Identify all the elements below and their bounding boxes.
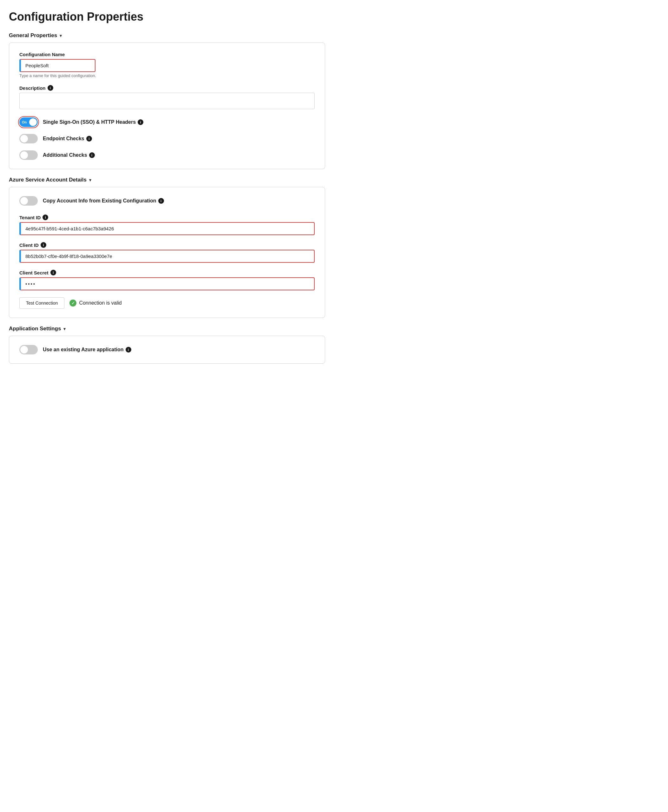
copy-account-label: Copy Account Info from Existing Configur… <box>43 198 164 204</box>
azure-service-account-section: Azure Service Account Details ▾ Copy Acc… <box>9 177 325 318</box>
application-settings-body: Use an existing Azure application i <box>9 336 325 364</box>
sso-info-icon[interactable]: i <box>138 119 144 125</box>
client-id-info-icon[interactable]: i <box>41 242 46 248</box>
connection-valid-status: ✓ Connection is valid <box>70 299 122 307</box>
azure-app-slider <box>19 345 38 354</box>
config-name-hint: Type a name for this guided configuratio… <box>19 73 315 78</box>
config-name-field-group: Configuration Name Type a name for this … <box>19 52 315 78</box>
sso-toggle-label: Single Sign-On (SSO) & HTTP Headers i <box>43 119 144 125</box>
application-settings-title: Application Settings <box>9 326 61 332</box>
additional-toggle-slider <box>19 150 38 160</box>
connection-valid-text: Connection is valid <box>79 300 122 306</box>
general-properties-title: General Properties <box>9 32 57 39</box>
endpoint-checks-toggle[interactable] <box>19 134 38 144</box>
client-secret-input[interactable] <box>19 277 315 290</box>
copy-account-toggle-row: Copy Account Info from Existing Configur… <box>19 196 315 206</box>
test-connection-row: Test Connection ✓ Connection is valid <box>19 297 315 309</box>
tenant-id-input[interactable] <box>19 222 315 235</box>
azure-service-account-chevron-icon: ▾ <box>89 178 91 182</box>
test-connection-button[interactable]: Test Connection <box>19 297 64 309</box>
description-info-icon[interactable]: i <box>48 85 53 91</box>
application-settings-section: Application Settings ▾ Use an existing A… <box>9 326 325 364</box>
azure-service-account-header[interactable]: Azure Service Account Details ▾ <box>9 177 325 183</box>
azure-app-info-icon[interactable]: i <box>125 347 131 353</box>
config-name-input[interactable] <box>19 59 95 72</box>
client-id-label: Client ID i <box>19 242 315 248</box>
additional-checks-toggle[interactable] <box>19 150 38 160</box>
endpoint-checks-label: Endpoint Checks i <box>43 136 92 142</box>
sso-toggle[interactable]: On <box>19 117 38 127</box>
sso-toggle-row: On Single Sign-On (SSO) & HTTP Headers i <box>19 117 315 127</box>
copy-account-toggle[interactable] <box>19 196 38 206</box>
general-properties-section: General Properties ▾ Configuration Name … <box>9 32 325 169</box>
tenant-id-field-group: Tenant ID i <box>19 214 315 235</box>
endpoint-toggle-slider <box>19 134 38 144</box>
client-id-input[interactable] <box>19 250 315 263</box>
additional-checks-label: Additional Checks i <box>43 152 95 158</box>
config-name-label: Configuration Name <box>19 52 315 57</box>
application-settings-chevron-icon: ▾ <box>63 326 66 331</box>
description-input[interactable] <box>19 93 315 109</box>
azure-app-label: Use an existing Azure application i <box>43 347 131 353</box>
client-secret-label: Client Secret i <box>19 270 315 276</box>
client-secret-info-icon[interactable]: i <box>50 270 56 276</box>
additional-checks-toggle-row: Additional Checks i <box>19 150 315 160</box>
client-id-field-group: Client ID i <box>19 242 315 263</box>
client-secret-field-group: Client Secret i <box>19 270 315 290</box>
endpoint-checks-toggle-row: Endpoint Checks i <box>19 134 315 144</box>
azure-service-account-title: Azure Service Account Details <box>9 177 87 183</box>
copy-account-info-icon[interactable]: i <box>158 198 164 204</box>
azure-service-account-body: Copy Account Info from Existing Configur… <box>9 187 325 318</box>
general-properties-header[interactable]: General Properties ▾ <box>9 32 325 39</box>
description-label: Description i <box>19 85 315 91</box>
azure-app-toggle-row: Use an existing Azure application i <box>19 345 315 354</box>
page-title: Configuration Properties <box>9 10 325 23</box>
tenant-id-info-icon[interactable]: i <box>42 214 48 220</box>
connection-valid-icon: ✓ <box>70 299 77 307</box>
additional-checks-info-icon[interactable]: i <box>89 152 95 158</box>
general-properties-chevron-icon: ▾ <box>60 33 62 38</box>
application-settings-header[interactable]: Application Settings ▾ <box>9 326 325 332</box>
general-properties-body: Configuration Name Type a name for this … <box>9 42 325 169</box>
endpoint-checks-info-icon[interactable]: i <box>86 136 92 142</box>
tenant-id-label: Tenant ID i <box>19 214 315 220</box>
sso-toggle-slider: On <box>19 117 38 127</box>
description-field-group: Description i <box>19 85 315 110</box>
sso-toggle-on-label: On <box>22 120 27 124</box>
azure-app-toggle[interactable] <box>19 345 38 354</box>
copy-account-slider <box>19 196 38 206</box>
